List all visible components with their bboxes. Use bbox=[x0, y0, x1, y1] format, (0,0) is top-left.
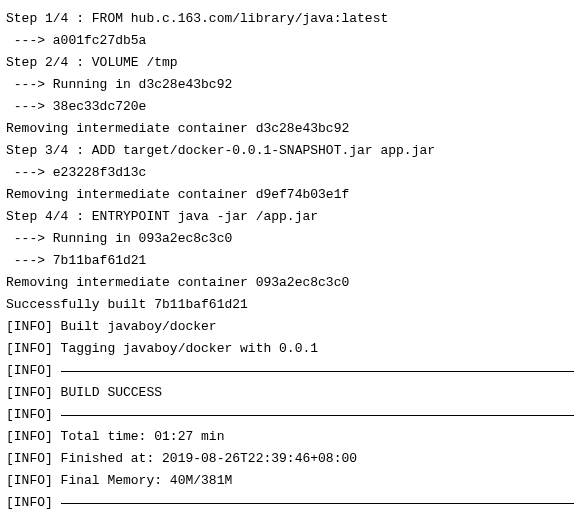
horizontal-rule-icon bbox=[61, 503, 574, 504]
horizontal-rule-icon bbox=[61, 371, 574, 372]
log-line: Step 3/4 : ADD target/docker-0.0.1-SNAPS… bbox=[6, 140, 574, 162]
log-line: Removing intermediate container 093a2ec8… bbox=[6, 272, 574, 294]
log-line: ---> 38ec33dc720e bbox=[6, 96, 574, 118]
log-line: Removing intermediate container d3c28e43… bbox=[6, 118, 574, 140]
log-prefix: [INFO] bbox=[6, 404, 61, 426]
log-line: ---> e23228f3d13c bbox=[6, 162, 574, 184]
log-line: ---> Running in d3c28e43bc92 bbox=[6, 74, 574, 96]
log-line: Removing intermediate container d9ef74b0… bbox=[6, 184, 574, 206]
log-line: Step 1/4 : FROM hub.c.163.com/library/ja… bbox=[6, 8, 574, 30]
horizontal-rule-icon bbox=[61, 415, 574, 416]
log-line: [INFO] Built javaboy/docker bbox=[6, 316, 574, 338]
log-prefix: [INFO] bbox=[6, 360, 61, 382]
log-separator: [INFO] bbox=[6, 404, 574, 426]
log-line: ---> a001fc27db5a bbox=[6, 30, 574, 52]
log-line: [INFO] Total time: 01:27 min bbox=[6, 426, 574, 448]
log-line: ---> Running in 093a2ec8c3c0 bbox=[6, 228, 574, 250]
log-line: Successfully built 7b11baf61d21 bbox=[6, 294, 574, 316]
log-prefix: [INFO] bbox=[6, 492, 61, 511]
log-line: [INFO] Finished at: 2019-08-26T22:39:46+… bbox=[6, 448, 574, 470]
log-separator: [INFO] bbox=[6, 492, 574, 511]
log-line: [INFO] BUILD SUCCESS bbox=[6, 382, 574, 404]
log-line: ---> 7b11baf61d21 bbox=[6, 250, 574, 272]
log-line: Step 4/4 : ENTRYPOINT java -jar /app.jar bbox=[6, 206, 574, 228]
log-separator: [INFO] bbox=[6, 360, 574, 382]
log-line: [INFO] Tagging javaboy/docker with 0.0.1 bbox=[6, 338, 574, 360]
log-line: Step 2/4 : VOLUME /tmp bbox=[6, 52, 574, 74]
log-line: [INFO] Final Memory: 40M/381M bbox=[6, 470, 574, 492]
